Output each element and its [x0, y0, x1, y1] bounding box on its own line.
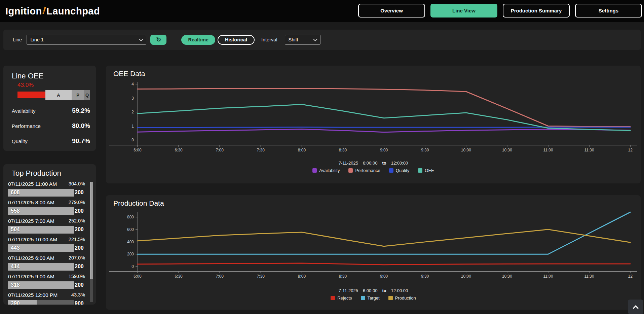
svg-text:8:30: 8:30: [339, 148, 347, 152]
line-oee-card: Line OEE 43.0% APQ Availability59.2%Perf…: [3, 66, 96, 151]
oee-chart-title: OEE Data: [113, 70, 145, 78]
row-target: 200: [75, 208, 85, 214]
legend-label: Production: [395, 295, 416, 301]
row-percent: 252.0%: [69, 218, 85, 225]
top-production-scrollbar[interactable]: [90, 182, 93, 302]
interval-select[interactable]: Shift: [285, 35, 320, 45]
metric-row-performance: Performance80.0%: [12, 122, 90, 130]
row-target: 200: [75, 282, 85, 288]
production-chart-caption: 7-11-2025 6:00:00 to 12:00:00: [106, 288, 641, 293]
historical-button[interactable]: Historical: [218, 35, 255, 45]
legend-label: Availability: [319, 168, 340, 173]
oee-bullet-bar: APQ: [17, 90, 90, 100]
metric-row-availability: Availability59.2%: [12, 107, 90, 114]
nav-button-settings[interactable]: Settings: [575, 4, 642, 18]
top-production-row: 07/11/2025 11:00 AM304.0%608200: [8, 181, 85, 196]
legend-swatch-icon: [389, 168, 393, 173]
interval-select-value: Shift: [289, 37, 298, 42]
svg-text:10:00: 10:00: [461, 148, 471, 152]
row-progress-bar: 414200: [8, 263, 74, 271]
top-production-row: 07/11/2025 6:00 AM207.0%414200: [8, 255, 85, 270]
caption-date: 7-11-2025: [339, 161, 358, 166]
svg-text:9:00: 9:00: [380, 274, 388, 279]
svg-text:200: 200: [127, 252, 134, 256]
production-chart-title: Production Data: [113, 199, 164, 207]
legend-item-target: Target: [361, 295, 380, 301]
row-target: 200: [75, 189, 85, 196]
refresh-button[interactable]: ↻: [150, 35, 166, 45]
refresh-icon: ↻: [156, 36, 161, 43]
top-production-title: Top Production: [12, 169, 61, 178]
svg-text:6:00: 6:00: [134, 148, 142, 152]
svg-text:8:00: 8:00: [298, 148, 306, 152]
row-progress-bar: 608200: [8, 189, 74, 197]
row-value: 558: [11, 208, 20, 214]
caption-start: 6:00:00: [363, 288, 377, 293]
legend-item-quality: Quality: [389, 168, 409, 173]
caption-end: 12:00:00: [391, 288, 408, 293]
legend-swatch-icon: [312, 168, 317, 173]
legend-item-production: Production: [388, 295, 416, 301]
nav-button-overview[interactable]: Overview: [358, 4, 425, 18]
top-production-list: 07/11/2025 11:00 AM304.0%60820007/11/202…: [8, 181, 85, 305]
row-value: 414: [11, 264, 20, 270]
logo-text-ignition: Ignition: [5, 6, 42, 17]
row-target: 200: [75, 264, 85, 270]
series-line-quality: [138, 127, 630, 128]
svg-text:7:00: 7:00: [216, 148, 224, 152]
svg-text:10:30: 10:30: [502, 148, 512, 152]
row-timestamp: 07/11/2025 8:00 AM: [8, 200, 54, 206]
oee-line-chart: 012346:006:307:007:308:008:309:009:3010:…: [109, 81, 638, 156]
svg-text:4: 4: [131, 82, 134, 86]
oee-chart-panel: OEE Data 012346:006:307:007:308:008:309:…: [106, 66, 641, 183]
oee-chart-caption: 7-11-2025 6:00:00 to 12:00:00: [106, 161, 641, 166]
line-select-value: Line 1: [30, 37, 44, 42]
svg-text:8:00: 8:00: [298, 274, 306, 279]
top-production-row: 07/11/2025 7:00 AM252.0%504200: [8, 218, 85, 233]
row-timestamp: 07/11/2025 12:00 PM: [8, 292, 58, 299]
top-production-row: 07/11/2025 10:00 AM221.5%443200: [8, 237, 85, 251]
top-production-row: 07/11/2025 8:00 AM279.0%558200: [8, 200, 85, 214]
row-timestamp: 07/11/2025 7:00 AM: [8, 218, 54, 225]
oee-percent-value: 43.0%: [17, 82, 34, 89]
top-production-row: 07/11/2025 12:00 PM43.3%390900: [8, 292, 85, 305]
svg-text:6:30: 6:30: [175, 148, 183, 152]
row-percent: 207.0%: [69, 255, 85, 262]
legend-label: Performance: [355, 168, 380, 173]
oee-bar-segment-p: P: [72, 90, 84, 100]
production-chart-legend: RejectsTargetProduction: [106, 295, 641, 301]
svg-text:1: 1: [131, 124, 134, 129]
legend-swatch-icon: [388, 296, 393, 300]
row-timestamp: 07/11/2025 10:00 AM: [8, 237, 57, 243]
app-logo: Ignition ! Launchpad: [5, 5, 100, 17]
toolbar: Line Line 1 ↻ Realtime Historical Interv…: [3, 30, 641, 50]
nav-button-line-view[interactable]: Line View: [430, 4, 497, 18]
svg-text:11:30: 11:30: [584, 274, 594, 279]
caption-to: to: [382, 288, 386, 293]
scroll-top-button[interactable]: [628, 300, 643, 314]
row-timestamp: 07/11/2025 11:00 AM: [8, 181, 57, 188]
svg-text:2: 2: [131, 110, 134, 114]
production-chart-panel: Production Data 02004006008006:006:307:0…: [106, 195, 641, 310]
row-percent: 159.0%: [69, 274, 85, 280]
row-target: 900: [75, 301, 85, 305]
row-value: 504: [11, 226, 20, 233]
row-target: 200: [75, 226, 85, 233]
logo-text-launchpad: Launchpad: [46, 6, 100, 17]
series-line-rejects: [138, 263, 630, 265]
oee-bar-segment-q: Q: [84, 90, 90, 100]
svg-text:9:30: 9:30: [421, 148, 429, 152]
nav-button-production-summary[interactable]: Production Summary: [503, 4, 570, 18]
scrollbar-thumb[interactable]: [90, 182, 93, 279]
svg-text:7:30: 7:30: [257, 148, 265, 152]
oee-bar-fill: [17, 92, 45, 98]
legend-swatch-icon: [361, 296, 365, 300]
realtime-button[interactable]: Realtime: [181, 35, 215, 45]
legend-label: Rejects: [337, 295, 352, 301]
line-select[interactable]: Line 1: [27, 35, 146, 45]
series-line-production: [138, 230, 630, 246]
row-percent: 43.3%: [71, 292, 85, 299]
header: Ignition ! Launchpad OverviewLine ViewPr…: [0, 0, 644, 22]
svg-text:0: 0: [131, 264, 134, 269]
row-percent: 279.0%: [69, 200, 85, 206]
